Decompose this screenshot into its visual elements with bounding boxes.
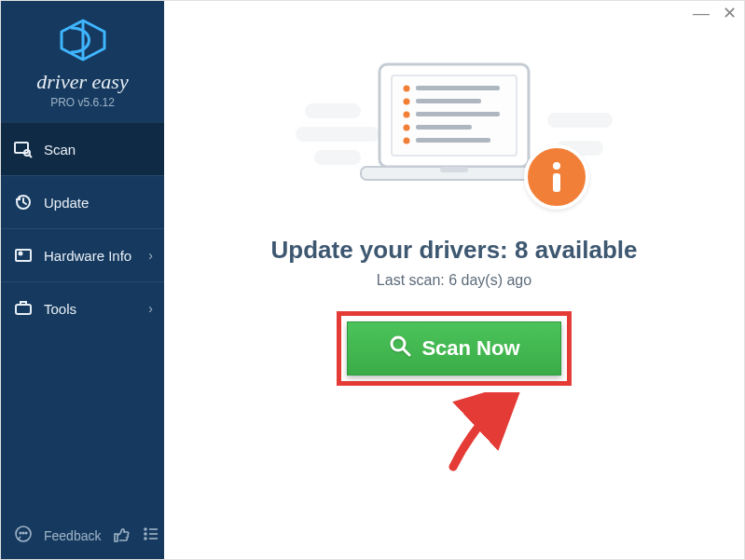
nav-item-update[interactable]: Update: [1, 175, 164, 228]
svg-point-6: [20, 253, 22, 255]
svg-point-16: [145, 538, 146, 540]
svg-point-14: [145, 533, 146, 535]
svg-rect-25: [416, 112, 500, 116]
annotation-arrow-icon: [444, 392, 528, 476]
svg-rect-27: [416, 125, 472, 130]
minimize-button[interactable]: —: [693, 5, 710, 21]
svg-rect-7: [16, 305, 31, 314]
svg-rect-33: [553, 173, 560, 192]
svg-point-22: [404, 99, 410, 105]
brand-block: driver easy PRO v5.6.12: [1, 1, 164, 122]
svg-point-34: [392, 337, 405, 350]
svg-point-32: [553, 162, 560, 170]
feedback-icon[interactable]: [14, 525, 33, 546]
sidebar: driver easy PRO v5.6.12 Scan Upda: [1, 1, 164, 559]
tools-icon: [14, 299, 33, 318]
nav-item-scan[interactable]: Scan: [1, 122, 164, 175]
close-button[interactable]: ✕: [723, 5, 737, 21]
scan-now-button[interactable]: Scan Now: [347, 321, 561, 376]
app-name: driver easy: [1, 70, 164, 94]
svg-rect-23: [416, 99, 481, 103]
hardware-icon: [14, 246, 33, 265]
app-version: PRO v5.6.12: [1, 96, 164, 109]
svg-point-10: [22, 532, 24, 534]
main-panel: Update your drivers: 8 available Last sc…: [164, 1, 744, 559]
last-scan-text: Last scan: 6 day(s) ago: [377, 272, 531, 289]
svg-line-3: [30, 156, 33, 158]
svg-point-24: [404, 112, 410, 118]
nav-label: Scan: [44, 142, 76, 157]
svg-rect-29: [416, 138, 490, 143]
svg-rect-5: [16, 250, 31, 261]
svg-point-11: [25, 532, 27, 534]
nav-item-hardware[interactable]: Hardware Info ›: [1, 228, 164, 281]
svg-line-35: [404, 349, 409, 355]
feedback-label[interactable]: Feedback: [44, 528, 101, 543]
list-menu-icon[interactable]: [142, 525, 160, 546]
update-icon: [14, 193, 33, 212]
nav-label: Tools: [44, 301, 76, 317]
thumbs-up-icon[interactable]: [112, 525, 131, 546]
app-logo-icon: [58, 18, 108, 66]
headline: Update your drivers: 8 available: [270, 236, 637, 265]
info-badge-icon: [524, 144, 589, 210]
scan-now-label: Scan Now: [421, 336, 519, 361]
svg-point-26: [404, 125, 410, 131]
scan-icon: [14, 140, 33, 158]
svg-point-20: [404, 86, 410, 92]
svg-rect-21: [416, 86, 500, 90]
svg-point-28: [404, 138, 410, 144]
sidebar-footer: Feedback: [1, 515, 164, 559]
search-icon: [388, 334, 412, 363]
svg-rect-31: [440, 167, 468, 172]
nav-item-tools[interactable]: Tools ›: [1, 281, 164, 335]
laptop-illustration: [347, 57, 561, 200]
nav-label: Update: [44, 195, 89, 211]
chevron-right-icon: ›: [148, 301, 153, 316]
svg-point-9: [20, 532, 21, 534]
annotation-highlight-box: Scan Now: [337, 311, 572, 386]
svg-point-12: [145, 528, 146, 530]
chevron-right-icon: ›: [148, 248, 153, 263]
svg-rect-1: [15, 143, 28, 153]
nav-label: Hardware Info: [44, 248, 131, 264]
nav: Scan Update Hardware Info ›: [1, 122, 164, 335]
